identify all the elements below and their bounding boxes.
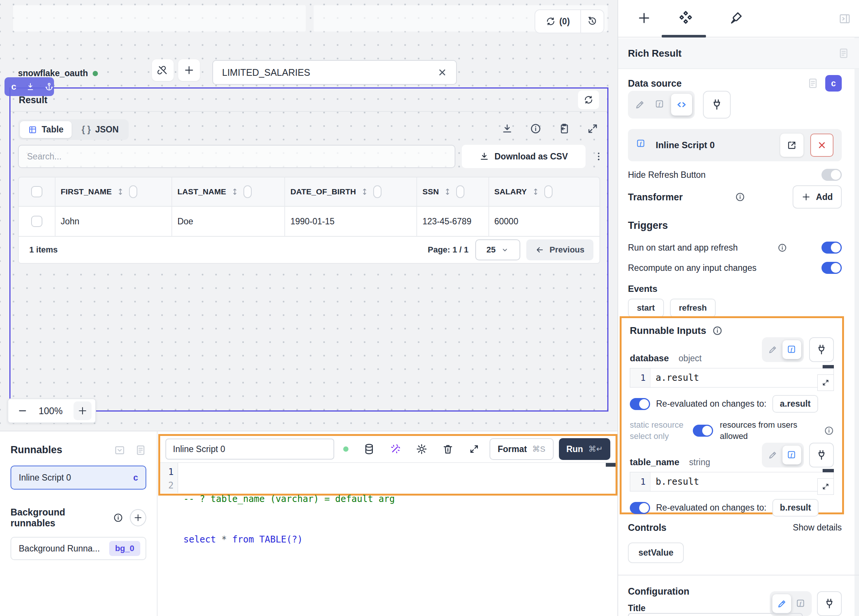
unlink-button[interactable] — [152, 59, 174, 81]
scrollbar-thumb[interactable] — [823, 469, 834, 472]
background-runnable-item[interactable]: Background Runna... bg_0 — [11, 537, 146, 560]
sidebar-scrollbar-track[interactable] — [854, 38, 859, 616]
zoom-in-button[interactable] — [73, 402, 92, 420]
recompute-toggle-on[interactable] — [822, 262, 842, 274]
static-pencil-mode-button[interactable] — [764, 340, 781, 359]
docs-icon[interactable] — [838, 48, 849, 59]
fullscreen-icon[interactable] — [587, 123, 598, 134]
setvalue-chip[interactable]: setValue — [628, 543, 684, 563]
reevaluate-toggle-on[interactable] — [630, 398, 650, 410]
open-script-button[interactable] — [780, 134, 803, 157]
app-canvas[interactable]: (0) snowflake_oauth LIMITED_SALARIES c — [0, 0, 617, 431]
hide-refresh-toggle-off[interactable] — [822, 169, 842, 181]
zoom-out-button[interactable] — [17, 405, 28, 416]
add-transformer-button[interactable]: Add — [793, 185, 842, 209]
copy-to-clipboard-icon[interactable] — [559, 123, 570, 134]
code-mode-button-selected[interactable] — [671, 94, 692, 116]
runnable-item-inline-script-0[interactable]: Inline Script 0 c — [11, 466, 146, 489]
previous-page-button[interactable]: Previous — [526, 239, 593, 260]
static-pencil-mode-button[interactable] — [764, 446, 781, 464]
database-icon[interactable] — [364, 443, 375, 455]
title-input-partial[interactable] — [628, 613, 803, 616]
static-pencil-mode-button[interactable] — [631, 94, 649, 116]
attached-script-row[interactable]: f Inline Script 0 — [628, 129, 842, 161]
component-overlay-badge[interactable]: c — [5, 77, 54, 96]
settings-gear-icon[interactable] — [416, 443, 427, 455]
connect-plug-button[interactable] — [703, 91, 731, 119]
connect-plug-button[interactable] — [809, 443, 834, 467]
collapse-sidebar-icon[interactable] — [839, 13, 851, 25]
expand-expression-icon[interactable] — [817, 478, 834, 495]
function-mode-button-selected[interactable]: f — [782, 340, 801, 359]
resources-from-users-toggle-on[interactable] — [693, 425, 713, 437]
column-header[interactable]: DATE_OF_BIRTH — [290, 187, 356, 196]
function-mode-button-selected[interactable]: f — [782, 446, 801, 464]
table-search-input[interactable]: Search... — [18, 145, 455, 168]
column-header[interactable]: FIRST_NAME — [61, 187, 112, 196]
download-csv-button[interactable]: Download as CSV — [462, 145, 586, 168]
tab-json[interactable]: { } JSON — [73, 121, 127, 138]
reevaluate-toggle-on[interactable] — [630, 502, 650, 514]
connect-plug-button[interactable] — [809, 337, 834, 362]
show-details-link[interactable]: Show details — [793, 522, 842, 533]
result-container[interactable]: Result Table { } JSON — [9, 88, 608, 411]
info-icon[interactable] — [530, 123, 541, 134]
sql-code-editor[interactable]: 1 2 -- ? table_name (varchar) = default … — [160, 462, 615, 493]
column-header[interactable]: LAST_NAME — [177, 187, 226, 196]
database-expression-input[interactable]: 1 a.result — [630, 368, 834, 388]
move-down-icon[interactable] — [26, 82, 35, 91]
docs-icon[interactable] — [807, 78, 818, 89]
info-icon[interactable] — [743, 243, 822, 252]
info-icon[interactable] — [712, 326, 722, 336]
page-size-select[interactable]: 25 — [475, 239, 520, 260]
history-button[interactable] — [581, 17, 604, 26]
format-button[interactable]: Format ⌘S — [489, 438, 554, 460]
download-icon[interactable] — [501, 123, 513, 134]
sort-icon[interactable] — [531, 188, 540, 196]
column-header[interactable]: SALARY — [494, 187, 527, 196]
app-refresh-pill[interactable]: (0) — [534, 9, 604, 33]
collapse-panel-icon[interactable] — [114, 444, 125, 456]
script-name-input[interactable]: Inline Script 0 — [166, 439, 334, 460]
dependency-chip[interactable]: b.result — [772, 499, 818, 517]
ai-wand-icon[interactable] — [390, 443, 401, 455]
docs-icon[interactable] — [135, 444, 146, 456]
refresh-count-button[interactable]: (0) — [535, 17, 580, 27]
table-name-expression-input[interactable]: 1 b.result — [630, 472, 834, 491]
table-menu-button[interactable] — [591, 148, 606, 165]
components-tab-active[interactable] — [678, 11, 693, 25]
add-button[interactable] — [178, 59, 200, 81]
function-mode-button[interactable]: f — [651, 94, 670, 116]
expand-expression-icon[interactable] — [817, 374, 834, 391]
info-icon[interactable] — [824, 426, 834, 436]
column-header[interactable]: SSN — [422, 187, 439, 196]
row-checkbox[interactable] — [31, 216, 42, 227]
dependency-chip[interactable]: a.result — [772, 395, 818, 413]
column-pill[interactable] — [129, 185, 137, 198]
run-button[interactable]: Run ⌘↵ — [559, 438, 610, 460]
anchor-icon[interactable] — [45, 82, 54, 91]
expand-editor-icon[interactable] — [469, 443, 480, 455]
table-select-input[interactable]: LIMITED_SALARIES — [212, 60, 457, 85]
info-icon[interactable] — [113, 513, 123, 522]
sort-icon[interactable] — [231, 188, 239, 196]
table-row[interactable]: John Doe 1990-01-15 123-45-6789 60000 — [18, 207, 600, 237]
column-pill[interactable] — [456, 185, 464, 198]
add-background-runnable-button[interactable] — [130, 509, 146, 526]
add-component-tab[interactable] — [637, 11, 651, 25]
run-on-start-toggle-on[interactable] — [822, 242, 842, 253]
delete-trash-icon[interactable] — [442, 443, 453, 455]
select-all-checkbox[interactable] — [31, 186, 42, 197]
tab-table[interactable]: Table — [20, 121, 72, 138]
style-brush-tab[interactable] — [729, 11, 743, 25]
event-chip-start[interactable]: start — [628, 299, 664, 317]
info-icon[interactable] — [687, 192, 793, 202]
scrollbar-thumb[interactable] — [606, 463, 615, 467]
result-refresh-button[interactable] — [578, 91, 599, 109]
column-pill[interactable] — [244, 185, 252, 198]
event-chip-refresh[interactable]: refresh — [670, 299, 716, 317]
sort-icon[interactable] — [444, 188, 451, 196]
detach-script-button[interactable] — [810, 134, 834, 157]
sort-icon[interactable] — [361, 188, 369, 196]
scrollbar-thumb[interactable] — [823, 365, 834, 368]
